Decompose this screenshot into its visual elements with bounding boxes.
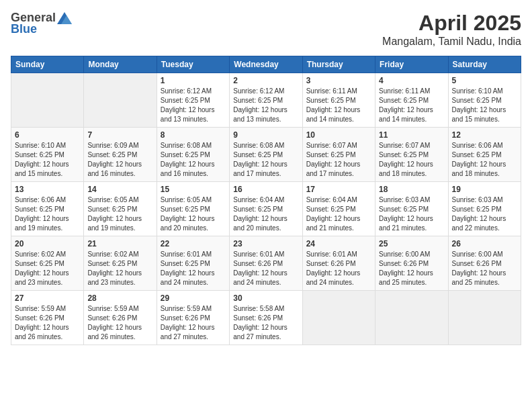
day-info: Sunrise: 5:59 AM Sunset: 6:26 PM Dayligh… [87,304,152,342]
day-number: 29 [161,293,226,303]
calendar-cell: 11Sunrise: 6:07 AM Sunset: 6:25 PM Dayli… [375,128,448,182]
day-number: 18 [379,185,444,194]
calendar-cell: 20Sunrise: 6:02 AM Sunset: 6:25 PM Dayli… [11,236,84,291]
logo-blue-text: Blue [11,22,37,36]
calendar-cell: 16Sunrise: 6:04 AM Sunset: 6:25 PM Dayli… [230,182,302,236]
day-number: 8 [161,130,226,140]
day-number: 24 [306,239,371,248]
calendar-cell: 5Sunrise: 6:10 AM Sunset: 6:25 PM Daylig… [448,73,521,128]
day-info: Sunrise: 6:05 AM Sunset: 6:25 PM Dayligh… [161,195,226,233]
calendar-cell: 4Sunrise: 6:11 AM Sunset: 6:25 PM Daylig… [375,73,448,128]
day-number: 12 [452,130,517,140]
calendar-week-row: 27Sunrise: 5:59 AM Sunset: 6:26 PM Dayli… [11,291,521,345]
day-info: Sunrise: 6:07 AM Sunset: 6:25 PM Dayligh… [379,141,444,179]
day-info: Sunrise: 6:11 AM Sunset: 6:25 PM Dayligh… [379,87,444,124]
day-number: 9 [233,130,298,140]
calendar-cell: 14Sunrise: 6:05 AM Sunset: 6:25 PM Dayli… [84,182,157,236]
day-number: 3 [306,76,371,85]
day-number: 22 [161,239,226,248]
day-info: Sunrise: 6:04 AM Sunset: 6:25 PM Dayligh… [233,195,298,233]
day-info: Sunrise: 5:59 AM Sunset: 6:26 PM Dayligh… [161,304,226,342]
day-number: 25 [379,239,444,248]
weekday-header: Tuesday [157,56,229,73]
calendar-cell: 7Sunrise: 6:09 AM Sunset: 6:25 PM Daylig… [84,128,157,182]
day-info: Sunrise: 6:01 AM Sunset: 6:26 PM Dayligh… [306,250,371,287]
calendar-cell [84,73,157,128]
day-number: 27 [15,293,80,303]
calendar-header-row: SundayMondayTuesdayWednesdayThursdayFrid… [11,56,521,73]
calendar-week-row: 20Sunrise: 6:02 AM Sunset: 6:25 PM Dayli… [11,236,521,291]
day-number: 17 [306,185,371,194]
calendar-cell: 21Sunrise: 6:02 AM Sunset: 6:25 PM Dayli… [84,236,157,291]
location-title: Mangalam, Tamil Nadu, India [382,36,521,48]
day-info: Sunrise: 6:12 AM Sunset: 6:25 PM Dayligh… [161,87,226,124]
day-info: Sunrise: 6:06 AM Sunset: 6:25 PM Dayligh… [15,195,80,233]
day-info: Sunrise: 6:00 AM Sunset: 6:26 PM Dayligh… [379,250,444,287]
day-number: 13 [15,185,80,194]
calendar-cell: 25Sunrise: 6:00 AM Sunset: 6:26 PM Dayli… [375,236,448,291]
day-info: Sunrise: 5:58 AM Sunset: 6:26 PM Dayligh… [233,304,298,342]
day-number: 23 [233,239,298,248]
day-number: 6 [15,130,80,140]
day-info: Sunrise: 6:10 AM Sunset: 6:25 PM Dayligh… [452,87,517,124]
calendar-cell: 3Sunrise: 6:11 AM Sunset: 6:25 PM Daylig… [302,73,375,128]
day-number: 15 [161,185,226,194]
day-info: Sunrise: 5:59 AM Sunset: 6:26 PM Dayligh… [15,304,80,342]
day-info: Sunrise: 6:08 AM Sunset: 6:25 PM Dayligh… [233,141,298,179]
weekday-header: Saturday [448,56,521,73]
calendar-cell: 28Sunrise: 5:59 AM Sunset: 6:26 PM Dayli… [84,291,157,345]
calendar-week-row: 1Sunrise: 6:12 AM Sunset: 6:25 PM Daylig… [11,73,521,128]
calendar-cell: 17Sunrise: 6:04 AM Sunset: 6:25 PM Dayli… [302,182,375,236]
calendar-week-row: 6Sunrise: 6:10 AM Sunset: 6:25 PM Daylig… [11,128,521,182]
day-number: 21 [87,239,152,248]
day-info: Sunrise: 6:03 AM Sunset: 6:25 PM Dayligh… [379,195,444,233]
calendar-cell: 6Sunrise: 6:10 AM Sunset: 6:25 PM Daylig… [11,128,84,182]
calendar-cell [11,73,84,128]
calendar-cell: 9Sunrise: 6:08 AM Sunset: 6:25 PM Daylig… [230,128,302,182]
day-info: Sunrise: 6:02 AM Sunset: 6:25 PM Dayligh… [87,250,152,287]
calendar-cell: 2Sunrise: 6:12 AM Sunset: 6:25 PM Daylig… [230,73,302,128]
day-info: Sunrise: 6:02 AM Sunset: 6:25 PM Dayligh… [15,250,80,287]
day-number: 19 [452,185,517,194]
calendar-cell: 30Sunrise: 5:58 AM Sunset: 6:26 PM Dayli… [230,291,302,345]
logo: General Blue [11,11,72,36]
day-number: 4 [379,76,444,85]
day-info: Sunrise: 6:00 AM Sunset: 6:26 PM Dayligh… [452,250,517,287]
day-info: Sunrise: 6:09 AM Sunset: 6:25 PM Dayligh… [87,141,152,179]
calendar-cell: 22Sunrise: 6:01 AM Sunset: 6:25 PM Dayli… [157,236,229,291]
month-title: April 2025 [382,11,521,36]
day-number: 20 [15,239,80,248]
weekday-header: Monday [84,56,157,73]
logo-icon [57,12,72,24]
calendar-cell: 27Sunrise: 5:59 AM Sunset: 6:26 PM Dayli… [11,291,84,345]
day-info: Sunrise: 6:05 AM Sunset: 6:25 PM Dayligh… [87,195,152,233]
day-info: Sunrise: 6:10 AM Sunset: 6:25 PM Dayligh… [15,141,80,179]
day-number: 28 [87,293,152,303]
calendar-cell: 24Sunrise: 6:01 AM Sunset: 6:26 PM Dayli… [302,236,375,291]
day-info: Sunrise: 6:03 AM Sunset: 6:25 PM Dayligh… [452,195,517,233]
day-info: Sunrise: 6:06 AM Sunset: 6:25 PM Dayligh… [452,141,517,179]
calendar-cell: 1Sunrise: 6:12 AM Sunset: 6:25 PM Daylig… [157,73,229,128]
day-number: 26 [452,239,517,248]
day-number: 10 [306,130,371,140]
calendar-cell: 10Sunrise: 6:07 AM Sunset: 6:25 PM Dayli… [302,128,375,182]
day-info: Sunrise: 6:01 AM Sunset: 6:26 PM Dayligh… [233,250,298,287]
weekday-header: Thursday [302,56,375,73]
calendar-cell: 12Sunrise: 6:06 AM Sunset: 6:25 PM Dayli… [448,128,521,182]
day-number: 5 [452,76,517,85]
calendar-table: SundayMondayTuesdayWednesdayThursdayFrid… [11,56,521,345]
calendar-cell: 18Sunrise: 6:03 AM Sunset: 6:25 PM Dayli… [375,182,448,236]
day-number: 2 [233,76,298,85]
calendar-cell: 19Sunrise: 6:03 AM Sunset: 6:25 PM Dayli… [448,182,521,236]
day-info: Sunrise: 6:08 AM Sunset: 6:25 PM Dayligh… [161,141,226,179]
calendar-cell: 23Sunrise: 6:01 AM Sunset: 6:26 PM Dayli… [230,236,302,291]
day-info: Sunrise: 6:07 AM Sunset: 6:25 PM Dayligh… [306,141,371,179]
calendar-cell: 8Sunrise: 6:08 AM Sunset: 6:25 PM Daylig… [157,128,229,182]
calendar-week-row: 13Sunrise: 6:06 AM Sunset: 6:25 PM Dayli… [11,182,521,236]
title-block: April 2025 Mangalam, Tamil Nadu, India [382,11,521,48]
day-number: 7 [87,130,152,140]
day-info: Sunrise: 6:04 AM Sunset: 6:25 PM Dayligh… [306,195,371,233]
calendar-cell [448,291,521,345]
day-number: 14 [87,185,152,194]
calendar-cell [375,291,448,345]
